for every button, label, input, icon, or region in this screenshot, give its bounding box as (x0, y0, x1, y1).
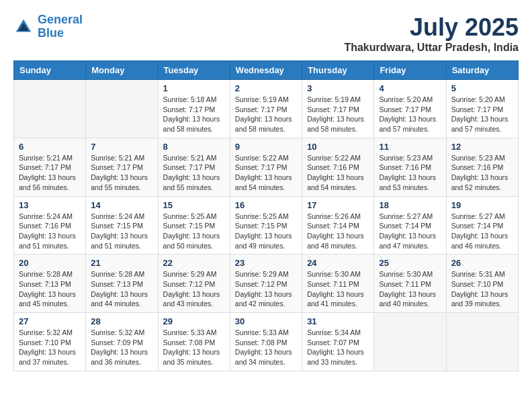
day-info: Sunrise: 5:27 AMSunset: 7:14 PMDaylight:… (451, 212, 513, 251)
day-number: 22 (163, 258, 225, 268)
calendar-cell: 7Sunrise: 5:21 AMSunset: 7:17 PMDaylight… (86, 138, 158, 196)
day-number: 26 (451, 258, 513, 268)
day-info: Sunrise: 5:21 AMSunset: 7:17 PMDaylight:… (163, 153, 225, 193)
calendar-cell (86, 80, 158, 138)
day-info: Sunrise: 5:26 AMSunset: 7:14 PMDaylight:… (307, 212, 369, 251)
day-number: 16 (235, 200, 297, 210)
day-info: Sunrise: 5:30 AMSunset: 7:11 PMDaylight:… (379, 269, 441, 309)
calendar-cell: 17Sunrise: 5:26 AMSunset: 7:14 PMDayligh… (302, 196, 374, 255)
day-number: 31 (307, 316, 369, 326)
calendar-week-1: 1Sunrise: 5:18 AMSunset: 7:17 PMDaylight… (14, 80, 519, 138)
calendar-cell: 5Sunrise: 5:20 AMSunset: 7:17 PMDaylight… (446, 80, 518, 138)
calendar: SundayMondayTuesdayWednesdayThursdayFrid… (13, 60, 519, 371)
calendar-cell: 11Sunrise: 5:23 AMSunset: 7:16 PMDayligh… (374, 138, 446, 196)
day-number: 7 (91, 142, 152, 152)
day-info: Sunrise: 5:24 AMSunset: 7:15 PMDaylight:… (91, 212, 152, 251)
day-number: 8 (163, 142, 225, 152)
calendar-week-4: 20Sunrise: 5:28 AMSunset: 7:13 PMDayligh… (14, 255, 519, 313)
calendar-week-2: 6Sunrise: 5:21 AMSunset: 7:17 PMDaylight… (14, 138, 519, 196)
day-number: 21 (91, 258, 152, 268)
calendar-cell (446, 313, 518, 371)
day-number: 18 (379, 200, 441, 210)
calendar-cell: 16Sunrise: 5:25 AMSunset: 7:15 PMDayligh… (230, 196, 302, 255)
calendar-cell: 25Sunrise: 5:30 AMSunset: 7:11 PMDayligh… (374, 255, 446, 313)
calendar-cell: 19Sunrise: 5:27 AMSunset: 7:14 PMDayligh… (446, 196, 518, 255)
page-subtitle: Thakurdwara, Uttar Pradesh, India (344, 42, 519, 54)
day-number: 15 (163, 200, 225, 210)
title-area: July 2025 Thakurdwara, Uttar Pradesh, In… (344, 13, 519, 54)
calendar-cell: 22Sunrise: 5:29 AMSunset: 7:12 PMDayligh… (158, 255, 230, 313)
weekday-header-tuesday: Tuesday (158, 61, 230, 80)
day-info: Sunrise: 5:31 AMSunset: 7:10 PMDaylight:… (451, 269, 513, 309)
day-number: 17 (307, 200, 369, 210)
day-info: Sunrise: 5:21 AMSunset: 7:17 PMDaylight:… (91, 153, 152, 193)
day-info: Sunrise: 5:32 AMSunset: 7:09 PMDaylight:… (91, 328, 152, 367)
calendar-cell: 24Sunrise: 5:30 AMSunset: 7:11 PMDayligh… (302, 255, 374, 313)
weekday-header-friday: Friday (374, 61, 446, 80)
weekday-header-saturday: Saturday (446, 61, 518, 80)
day-info: Sunrise: 5:23 AMSunset: 7:16 PMDaylight:… (451, 153, 513, 193)
day-number: 1 (163, 83, 225, 93)
calendar-cell: 3Sunrise: 5:19 AMSunset: 7:17 PMDaylight… (302, 80, 374, 138)
day-number: 4 (379, 83, 441, 93)
day-info: Sunrise: 5:28 AMSunset: 7:13 PMDaylight:… (91, 269, 152, 309)
logo-icon (13, 17, 34, 37)
day-number: 6 (19, 142, 81, 152)
day-info: Sunrise: 5:22 AMSunset: 7:17 PMDaylight:… (235, 153, 297, 193)
calendar-cell: 29Sunrise: 5:33 AMSunset: 7:08 PMDayligh… (158, 313, 230, 371)
day-info: Sunrise: 5:20 AMSunset: 7:17 PMDaylight:… (379, 95, 441, 134)
calendar-cell: 14Sunrise: 5:24 AMSunset: 7:15 PMDayligh… (86, 196, 158, 255)
calendar-cell (14, 80, 86, 138)
day-info: Sunrise: 5:25 AMSunset: 7:15 PMDaylight:… (235, 212, 297, 251)
day-number: 13 (19, 200, 81, 210)
day-info: Sunrise: 5:32 AMSunset: 7:10 PMDaylight:… (19, 328, 81, 367)
logo: General Blue (13, 13, 83, 40)
day-number: 9 (235, 142, 297, 152)
day-info: Sunrise: 5:19 AMSunset: 7:17 PMDaylight:… (307, 95, 369, 134)
day-info: Sunrise: 5:29 AMSunset: 7:12 PMDaylight:… (163, 269, 225, 309)
weekday-header-thursday: Thursday (302, 61, 374, 80)
page-title: July 2025 (344, 13, 519, 42)
day-number: 28 (91, 316, 152, 326)
calendar-cell: 28Sunrise: 5:32 AMSunset: 7:09 PMDayligh… (86, 313, 158, 371)
calendar-cell: 13Sunrise: 5:24 AMSunset: 7:16 PMDayligh… (14, 196, 86, 255)
calendar-body: 1Sunrise: 5:18 AMSunset: 7:17 PMDaylight… (14, 80, 519, 371)
calendar-cell: 6Sunrise: 5:21 AMSunset: 7:17 PMDaylight… (14, 138, 86, 196)
day-number: 3 (307, 83, 369, 93)
calendar-header-row: SundayMondayTuesdayWednesdayThursdayFrid… (14, 61, 519, 80)
weekday-header-monday: Monday (86, 61, 158, 80)
day-number: 10 (307, 142, 369, 152)
day-info: Sunrise: 5:18 AMSunset: 7:17 PMDaylight:… (163, 95, 225, 134)
weekday-header-sunday: Sunday (14, 61, 86, 80)
calendar-cell: 4Sunrise: 5:20 AMSunset: 7:17 PMDaylight… (374, 80, 446, 138)
header: General Blue July 2025 Thakurdwara, Utta… (13, 13, 519, 54)
logo-line2: Blue (38, 26, 64, 40)
calendar-cell: 2Sunrise: 5:19 AMSunset: 7:17 PMDaylight… (230, 80, 302, 138)
calendar-cell: 10Sunrise: 5:22 AMSunset: 7:16 PMDayligh… (302, 138, 374, 196)
calendar-cell: 12Sunrise: 5:23 AMSunset: 7:16 PMDayligh… (446, 138, 518, 196)
logo-line1: General (38, 13, 83, 26)
day-number: 14 (91, 200, 152, 210)
calendar-cell: 9Sunrise: 5:22 AMSunset: 7:17 PMDaylight… (230, 138, 302, 196)
day-info: Sunrise: 5:22 AMSunset: 7:16 PMDaylight:… (307, 153, 369, 193)
day-number: 30 (235, 316, 297, 326)
day-info: Sunrise: 5:33 AMSunset: 7:08 PMDaylight:… (235, 328, 297, 367)
day-info: Sunrise: 5:34 AMSunset: 7:07 PMDaylight:… (307, 328, 369, 367)
calendar-cell: 21Sunrise: 5:28 AMSunset: 7:13 PMDayligh… (86, 255, 158, 313)
day-number: 2 (235, 83, 297, 93)
calendar-cell: 27Sunrise: 5:32 AMSunset: 7:10 PMDayligh… (14, 313, 86, 371)
day-number: 29 (163, 316, 225, 326)
calendar-week-3: 13Sunrise: 5:24 AMSunset: 7:16 PMDayligh… (14, 196, 519, 255)
day-number: 25 (379, 258, 441, 268)
day-info: Sunrise: 5:28 AMSunset: 7:13 PMDaylight:… (19, 269, 81, 309)
calendar-week-5: 27Sunrise: 5:32 AMSunset: 7:10 PMDayligh… (14, 313, 519, 371)
calendar-cell: 15Sunrise: 5:25 AMSunset: 7:15 PMDayligh… (158, 196, 230, 255)
day-info: Sunrise: 5:24 AMSunset: 7:16 PMDaylight:… (19, 212, 81, 251)
calendar-cell: 8Sunrise: 5:21 AMSunset: 7:17 PMDaylight… (158, 138, 230, 196)
day-number: 24 (307, 258, 369, 268)
day-number: 19 (451, 200, 513, 210)
day-info: Sunrise: 5:29 AMSunset: 7:12 PMDaylight:… (235, 269, 297, 309)
day-info: Sunrise: 5:25 AMSunset: 7:15 PMDaylight:… (163, 212, 225, 251)
calendar-cell: 20Sunrise: 5:28 AMSunset: 7:13 PMDayligh… (14, 255, 86, 313)
weekday-header-wednesday: Wednesday (230, 61, 302, 80)
